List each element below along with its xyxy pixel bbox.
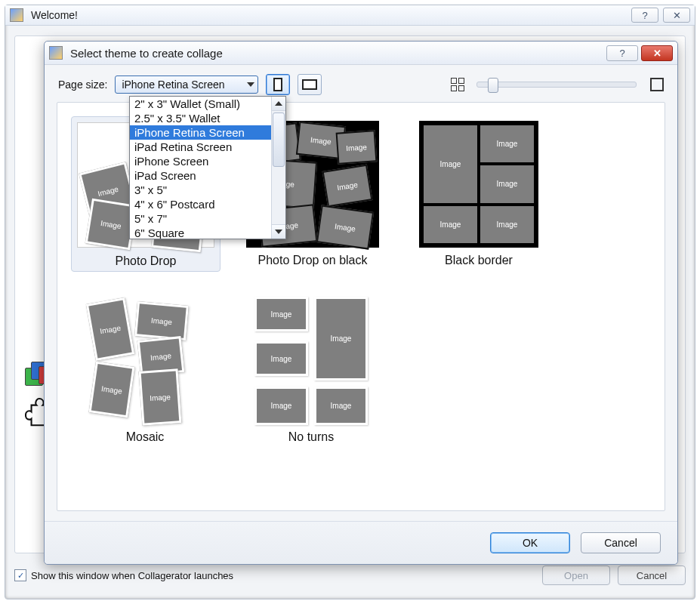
dialog-title: Select theme to create collage <box>67 47 223 60</box>
landscape-icon <box>302 79 317 90</box>
ok-button[interactable]: OK <box>490 532 570 553</box>
cancel-button[interactable]: Cancel <box>581 532 661 553</box>
theme-preview: Image Image Image Image Image <box>405 116 553 252</box>
dialog-toolbar: Page size: iPhone Retina Screen <box>45 65 677 100</box>
welcome-cancel-button[interactable]: Cancel <box>618 565 686 585</box>
show-on-launch-checkbox[interactable]: ✓ <box>14 569 26 581</box>
welcome-footer: ✓ Show this window when Collagerator lau… <box>14 562 686 588</box>
show-on-launch-label: Show this window when Collagerator launc… <box>31 570 233 581</box>
dialog-help-button[interactable]: ? <box>606 45 638 61</box>
dialog-titlebar: Select theme to create collage ? ✕ <box>45 42 677 65</box>
page-size-option-list: 2" x 3" Wallet (Small) 2.5" x 3.5" Walle… <box>130 97 285 239</box>
page-size-option[interactable]: 5" x 7" <box>130 211 285 226</box>
dropdown-scrollbar[interactable] <box>271 97 285 239</box>
page-size-option[interactable]: iPad Retina Screen <box>130 140 285 154</box>
dialog-footer: OK Cancel <box>45 521 677 564</box>
theme-black-border[interactable]: Image Image Image Image Image Black bord… <box>405 116 553 267</box>
select-theme-dialog: Select theme to create collage ? ✕ Page … <box>44 41 678 565</box>
page-size-option[interactable]: 4" x 6" Postcard <box>130 197 285 211</box>
theme-mosaic[interactable]: Image Image Image Image Image Mosaic <box>71 293 219 444</box>
orientation-portrait-button[interactable] <box>266 74 290 95</box>
page-size-option[interactable]: 6" Square <box>130 226 285 239</box>
page-size-option[interactable]: iPhone Screen <box>130 154 285 168</box>
theme-caption: Mosaic <box>71 430 219 444</box>
scroll-down-icon[interactable] <box>272 224 285 239</box>
page-size-option[interactable]: 3" x 5" <box>130 183 285 197</box>
theme-preview: Image Image Image Image Image <box>71 293 219 429</box>
large-thumb-icon <box>650 78 664 91</box>
page-size-option[interactable]: 2" x 3" Wallet (Small) <box>130 97 285 111</box>
app-icon <box>10 8 23 22</box>
scroll-up-icon[interactable] <box>272 97 285 111</box>
theme-caption: Photo Drop <box>72 254 220 268</box>
grid-size-icon <box>451 78 464 91</box>
theme-caption: No turns <box>237 430 385 444</box>
orientation-landscape-button[interactable] <box>298 74 322 95</box>
page-size-label: Page size: <box>58 79 107 91</box>
theme-no-turns[interactable]: Image Image Image Image Image No turns <box>237 293 385 444</box>
page-size-option[interactable]: iPad Screen <box>130 168 285 183</box>
page-size-option[interactable]: 2.5" x 3.5" Wallet <box>130 111 285 125</box>
open-button[interactable]: Open <box>542 565 610 585</box>
page-size-dropdown: 2" x 3" Wallet (Small) 2.5" x 3.5" Walle… <box>129 96 286 239</box>
theme-preview: Image Image Image Image Image <box>237 293 385 429</box>
close-window-button[interactable]: ✕ <box>663 8 690 23</box>
page-size-combobox[interactable]: iPhone Retina Screen <box>115 76 258 94</box>
welcome-title: Welcome! <box>28 9 78 21</box>
portrait-icon <box>273 78 282 91</box>
slider-thumb[interactable] <box>488 78 498 93</box>
welcome-titlebar: Welcome! ? ✕ <box>5 5 695 26</box>
page-size-option[interactable]: iPhone Retina Screen <box>130 125 285 140</box>
page-size-value: iPhone Retina Screen <box>122 79 224 91</box>
theme-caption: Photo Drop on black <box>239 254 387 267</box>
help-button[interactable]: ? <box>631 8 658 23</box>
theme-caption: Black border <box>405 254 553 267</box>
chevron-down-icon <box>247 82 254 87</box>
dialog-close-button[interactable]: ✕ <box>641 45 673 61</box>
dialog-app-icon <box>49 46 63 60</box>
thumbnail-size-slider[interactable] <box>476 82 637 88</box>
scroll-thumb[interactable] <box>273 112 285 167</box>
